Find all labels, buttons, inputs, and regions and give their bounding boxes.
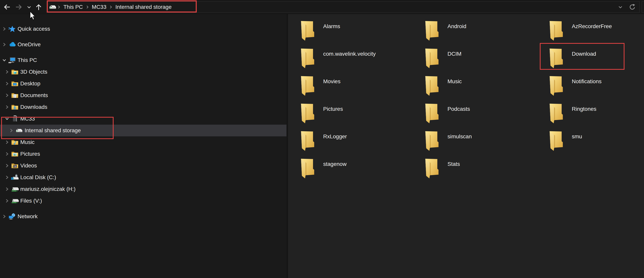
- folder-tile-music[interactable]: Music: [425, 76, 550, 104]
- breadcrumb-mc33[interactable]: MC33: [90, 4, 108, 10]
- folder-icon: [425, 159, 438, 179]
- breadcrumb-this-pc[interactable]: This PC: [62, 4, 85, 10]
- folder-name: Android: [448, 23, 466, 30]
- folder-tile-stagenow[interactable]: stagenow: [301, 159, 425, 186]
- chevron-down-icon[interactable]: [1, 58, 8, 63]
- sidebar-item-label: Videos: [20, 163, 37, 169]
- sidebar-item-label: Network: [18, 213, 38, 220]
- chevron-right-icon[interactable]: [4, 175, 10, 180]
- folder-name: Music: [448, 78, 462, 85]
- chevron-right-icon[interactable]: [4, 140, 10, 145]
- sidebar-item-internal-shared-storage[interactable]: Internal shared storage: [0, 125, 286, 136]
- sidebar-item-mc33[interactable]: MC33: [0, 113, 286, 125]
- address-bar[interactable]: This PC MC33 Internal shared storage: [46, 1, 640, 13]
- sidebar-item-label: Downloads: [20, 104, 48, 110]
- folder-tile-smu[interactable]: smu: [550, 131, 639, 159]
- sidebar-item-label: Files (V:): [20, 198, 42, 204]
- folder-icon: [301, 104, 314, 124]
- folder-icon: [301, 159, 314, 179]
- folder-tile-dcim[interactable]: DCIM: [425, 49, 550, 76]
- chevron-right-icon[interactable]: [1, 26, 8, 32]
- folder-tile-movies[interactable]: Movies: [301, 76, 425, 104]
- folder-tile-android[interactable]: Android: [425, 21, 550, 49]
- sidebar-item-label: Pictures: [20, 151, 40, 157]
- up-arrow-icon: [34, 3, 43, 11]
- sidebar-item-label: Documents: [20, 92, 48, 98]
- recent-locations-dropdown-button[interactable]: [26, 1, 32, 13]
- folder-tile-rxlogger[interactable]: RxLogger: [301, 131, 425, 159]
- sidebar-item-label: This PC: [18, 57, 37, 63]
- sidebar-item-pictures[interactable]: Pictures: [0, 148, 286, 160]
- chevron-right-icon[interactable]: [1, 214, 8, 219]
- sidebar-item-videos[interactable]: Videos: [0, 160, 286, 171]
- folder-tile-pictures[interactable]: Pictures: [301, 104, 425, 131]
- folder-tile-podcasts[interactable]: Podcasts: [425, 104, 550, 131]
- sidebar-item-network[interactable]: Network: [0, 211, 286, 222]
- sidebar-item-label: Music: [20, 139, 34, 145]
- sidebar-item-documents[interactable]: Documents: [0, 90, 286, 101]
- portable-device-icon: [11, 115, 19, 123]
- folder-name: Podcasts: [448, 106, 470, 112]
- network-drive-icon: [11, 197, 19, 204]
- sidebar-item-quick-access[interactable]: Quick access: [0, 23, 286, 35]
- folder-icon: [425, 76, 438, 97]
- sidebar-item-onedrive[interactable]: OneDrive: [0, 39, 286, 50]
- refresh-button[interactable]: [626, 4, 638, 10]
- folder-name: RxLogger: [323, 133, 347, 140]
- folder-videos-icon: [11, 163, 19, 169]
- folder-name: Alarms: [323, 23, 340, 30]
- breadcrumb-separator-icon[interactable]: [56, 5, 62, 10]
- back-arrow-icon: [2, 3, 11, 11]
- chevron-right-icon[interactable]: [4, 69, 10, 74]
- folder-desktop-icon: [11, 81, 19, 87]
- folder-tile-download[interactable]: Download: [550, 49, 639, 76]
- sidebar-item-music[interactable]: Music: [0, 136, 286, 148]
- chevron-right-icon[interactable]: [4, 81, 10, 86]
- folder-icon: [550, 49, 563, 69]
- folder-tile-com-wavelink-velocity[interactable]: com.wavelink.velocity: [301, 49, 425, 76]
- chevron-right-icon[interactable]: [4, 198, 10, 203]
- chevron-right-icon[interactable]: [1, 42, 8, 47]
- pane-divider[interactable]: [286, 14, 288, 278]
- sidebar-item-label: Local Disk (C:): [20, 174, 56, 180]
- folder-name: com.wavelink.velocity: [323, 51, 376, 57]
- sidebar-item-label: Internal shared storage: [24, 127, 81, 134]
- folder-tile-stats[interactable]: Stats: [425, 159, 550, 186]
- breadcrumb-separator-icon[interactable]: [85, 5, 90, 10]
- breadcrumb-separator-icon[interactable]: [108, 5, 114, 10]
- sidebar-item-files-v[interactable]: Files (V:): [0, 195, 286, 207]
- sidebar-item-local-disk-c[interactable]: Local Disk (C:): [0, 171, 286, 183]
- folder-icon: [550, 131, 563, 152]
- folder-3d-objects-icon: [11, 69, 19, 75]
- chevron-right-icon[interactable]: [4, 163, 10, 168]
- sidebar-item-this-pc[interactable]: This PC: [0, 54, 286, 66]
- sidebar-item-mariusz-olejniczak-h[interactable]: mariusz.olejniczak (H:): [0, 183, 286, 195]
- sidebar-item-desktop[interactable]: Desktop: [0, 78, 286, 90]
- folder-name: Download: [572, 51, 596, 57]
- folder-name: stagenow: [323, 161, 346, 167]
- chevron-right-icon[interactable]: [4, 105, 10, 110]
- chevron-down-icon[interactable]: [4, 116, 10, 121]
- sidebar-item-label: Quick access: [18, 26, 50, 32]
- chevron-right-icon[interactable]: [4, 187, 10, 192]
- folder-tile-azrecorderfree[interactable]: AzRecorderFree: [550, 21, 639, 49]
- forward-button[interactable]: [14, 1, 24, 13]
- navigation-toolbar: This PC MC33 Internal shared storage: [0, 0, 644, 14]
- onedrive-cloud-icon: [8, 42, 16, 47]
- chevron-right-icon[interactable]: [4, 151, 10, 156]
- folder-tile-ringtones[interactable]: Ringtones: [550, 104, 639, 131]
- folder-name: simulscan: [448, 133, 472, 140]
- folder-name: Pictures: [323, 106, 343, 112]
- folder-tile-alarms[interactable]: Alarms: [301, 21, 425, 49]
- folder-tile-notifications[interactable]: Notifications: [550, 76, 639, 104]
- address-dropdown-button[interactable]: [615, 5, 626, 10]
- sidebar-item-3d-objects[interactable]: 3D Objects: [0, 66, 286, 78]
- back-button[interactable]: [2, 1, 12, 13]
- chevron-right-icon[interactable]: [8, 128, 15, 133]
- sidebar-item-downloads[interactable]: Downloads: [0, 101, 286, 113]
- chevron-right-icon[interactable]: [4, 93, 10, 98]
- breadcrumb-internal-shared-storage[interactable]: Internal shared storage: [114, 4, 174, 10]
- up-one-level-button[interactable]: [34, 1, 44, 13]
- folder-tile-simulscan[interactable]: simulscan: [425, 131, 550, 159]
- search-box-edge[interactable]: [642, 1, 644, 13]
